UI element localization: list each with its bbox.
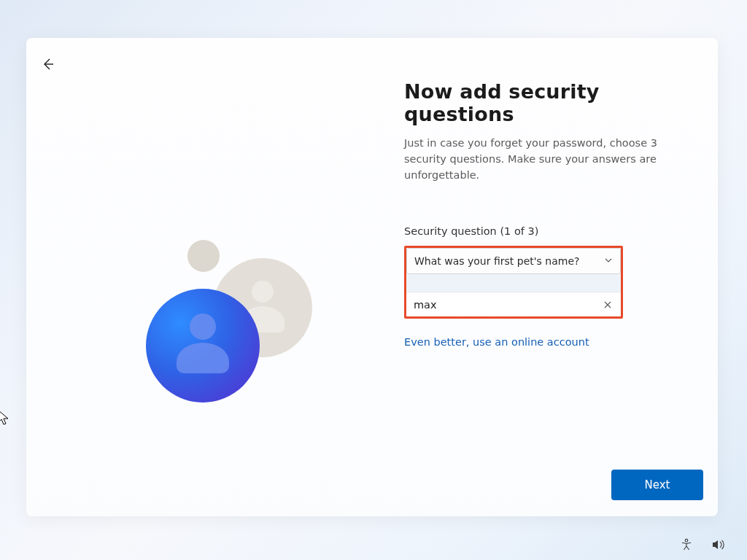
answer-row (406, 292, 621, 316)
svg-point-3 (146, 289, 260, 402)
close-icon (603, 300, 612, 309)
svg-point-4 (190, 314, 216, 340)
volume-button[interactable] (711, 537, 727, 553)
svg-point-5 (685, 539, 688, 542)
section-label: Security question (1 of 3) (404, 225, 674, 237)
online-account-link[interactable]: Even better, use an online account (404, 336, 589, 348)
accessibility-button[interactable] (678, 537, 694, 553)
mouse-cursor (0, 410, 11, 430)
select-gap (406, 274, 621, 292)
content-area: Now add security questions Just in case … (404, 80, 674, 349)
svg-point-1 (213, 258, 312, 357)
selected-question-text: What was your first pet's name? (414, 255, 579, 267)
user-illustration (121, 216, 333, 420)
clear-input-button[interactable] (600, 298, 615, 312)
page-subtitle: Just in case you forget your password, c… (404, 136, 674, 183)
next-button[interactable]: Next (611, 470, 703, 500)
answer-input[interactable] (406, 292, 621, 316)
system-tray (678, 537, 727, 553)
chevron-down-icon (604, 255, 613, 267)
back-button[interactable] (35, 51, 61, 77)
volume-icon (711, 538, 726, 551)
arrow-left-icon (41, 57, 55, 71)
security-question-select[interactable]: What was your first pet's name? (406, 248, 621, 274)
accessibility-icon (680, 538, 693, 551)
svg-point-2 (252, 281, 274, 303)
page-title: Now add security questions (404, 80, 674, 125)
question-answer-group: What was your first pet's name? (404, 246, 623, 319)
svg-point-0 (187, 240, 220, 272)
setup-panel: Now add security questions Just in case … (26, 38, 718, 516)
